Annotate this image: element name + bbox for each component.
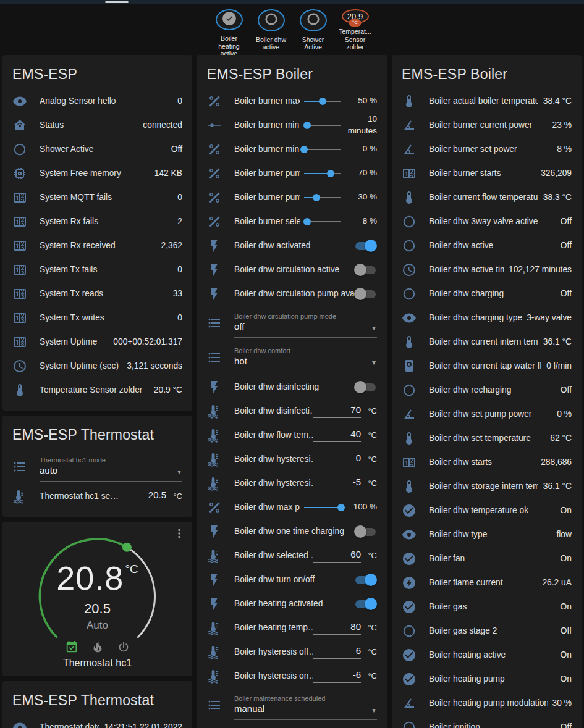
slider-knob[interactable]: [319, 98, 326, 105]
entity-row[interactable]: Boiler gas stage 2Off: [402, 619, 572, 643]
entity-row[interactable]: Boiler dhw selected …60°C: [207, 543, 377, 567]
toggle-knob[interactable]: [365, 240, 377, 252]
entity-row[interactable]: System Free memory142 KB: [12, 161, 182, 185]
slider-knob[interactable]: [337, 504, 345, 511]
entity-row[interactable]: Boiler dhw 3way valve activeOff: [402, 209, 572, 233]
slider-knob[interactable]: [303, 218, 311, 225]
entity-row[interactable]: Boiler burner pump …30 %: [207, 185, 377, 209]
toggle-switch[interactable]: [354, 288, 377, 300]
entity-row[interactable]: Boiler dhw turn on/off: [207, 567, 377, 592]
entity-row[interactable]: Boiler fanOn: [402, 546, 572, 571]
chevron-down-icon[interactable]: ▾: [372, 358, 376, 367]
slider[interactable]: [304, 121, 341, 130]
entity-row[interactable]: System MQTT fails0: [12, 185, 182, 209]
entity-row[interactable]: Boiler dhw one time charging: [207, 519, 377, 543]
entity-row[interactable]: Boiler dhw disinfecting: [207, 375, 377, 399]
entity-row[interactable]: Boiler dhw circulation active: [207, 257, 377, 282]
entity-row[interactable]: Boiler dhw active time102,127 minutes: [402, 257, 572, 282]
number-input[interactable]: -5: [313, 477, 361, 490]
entity-row[interactable]: Boiler dhw set pump power0 %: [402, 402, 572, 426]
entity-row[interactable]: Temperature Sensor zolder20.9 °C: [12, 378, 182, 402]
entity-row[interactable]: Boiler heating pump modulation30 %: [402, 691, 572, 715]
number-input[interactable]: 60: [313, 549, 361, 563]
entity-row[interactable]: Boiler dhw hysteresi…-5°C: [207, 471, 377, 495]
entity-row[interactable]: Thermostat date/time14:21:51 22.01.2022: [12, 715, 182, 728]
slider[interactable]: [304, 217, 341, 226]
entity-row[interactable]: Boiler dhw typeflow: [402, 522, 572, 546]
entity-row[interactable]: Statusconnected: [12, 113, 182, 137]
entity-row[interactable]: Boiler maintenance scheduledmanual▾: [207, 688, 377, 722]
entity-row[interactable]: Boiler burner max po…50 %: [207, 89, 377, 113]
entity-row[interactable]: Boiler burner current power23 %: [402, 113, 572, 137]
slider[interactable]: [304, 193, 341, 202]
toggle-knob[interactable]: [354, 525, 366, 538]
entity-row[interactable]: Boiler burner set power8 %: [402, 137, 572, 161]
entity-row[interactable]: Boiler burner min po…0 %: [207, 137, 377, 161]
entity-row[interactable]: Boiler dhw storage intern temperature36.…: [402, 474, 572, 498]
entity-row[interactable]: Boiler hysteresis off…6°C: [207, 640, 377, 664]
entity-row[interactable]: Boiler dhw max power100 %: [207, 495, 377, 519]
entity-row[interactable]: Boiler dhw temperature okOn: [402, 498, 572, 522]
number-input[interactable]: -6: [313, 669, 361, 683]
slider[interactable]: [304, 97, 341, 106]
chevron-down-icon[interactable]: ▾: [372, 324, 376, 332]
entity-row[interactable]: Boiler dhw activated: [207, 233, 377, 257]
toggle-switch[interactable]: [354, 264, 377, 276]
entity-row[interactable]: Boiler burner min p…10 minutes: [207, 113, 377, 137]
number-input[interactable]: 40: [313, 429, 361, 442]
slider-knob[interactable]: [303, 122, 311, 129]
toggle-switch[interactable]: [354, 525, 377, 538]
slider[interactable]: [304, 503, 341, 512]
entity-row[interactable]: Boiler dhw disinfecti…70°C: [207, 399, 377, 423]
fire-icon[interactable]: [91, 640, 104, 654]
badge-circle[interactable]: 20.9°C: [342, 9, 369, 23]
calendar-sync-icon[interactable]: [65, 640, 78, 654]
entity-row[interactable]: Boiler dhw comforthot▾: [207, 340, 377, 375]
badge-2[interactable]: Shower Active: [295, 9, 331, 51]
select-field[interactable]: Boiler maintenance scheduledmanual▾: [234, 691, 377, 720]
number-input[interactable]: 6: [313, 645, 361, 659]
entity-row[interactable]: Boiler dhw hysteresi…0°C: [207, 447, 377, 471]
entity-row[interactable]: Boiler flame current26.2 uA: [402, 571, 572, 595]
entity-row[interactable]: Shower ActiveOff: [12, 137, 182, 161]
select-field[interactable]: Boiler dhw circulation pump modeoff▾: [234, 309, 377, 338]
entity-row[interactable]: System Uptime (sec)3,121 seconds: [12, 354, 182, 378]
entity-row[interactable]: Analog Sensor hello0: [12, 89, 182, 113]
badge-0[interactable]: Boiler heating active: [211, 9, 247, 51]
select-field[interactable]: Thermostat hc1 modeauto▾: [40, 453, 182, 482]
toggle-knob[interactable]: [354, 381, 366, 393]
entity-row[interactable]: System Tx writes0: [12, 306, 182, 330]
slider-knob[interactable]: [300, 146, 308, 153]
entity-row[interactable]: Boiler hysteresis on…-6°C: [207, 664, 377, 688]
dial-handle[interactable]: [122, 543, 132, 552]
number-input[interactable]: 20.5: [118, 490, 166, 503]
toggle-switch[interactable]: [354, 574, 377, 586]
entity-row[interactable]: System Rx received2,362: [12, 233, 182, 257]
entity-row[interactable]: Boiler dhw flow tem…40°C: [207, 423, 377, 447]
entity-row[interactable]: Boiler burner selecte…8 %: [207, 209, 377, 233]
entity-row[interactable]: Boiler dhw chargingOff: [402, 282, 572, 306]
tab-indicator[interactable]: [105, 1, 129, 3]
entity-row[interactable]: Boiler dhw circulation pump available: [207, 282, 377, 306]
toggle-switch[interactable]: [354, 240, 377, 252]
entity-row[interactable]: Boiler heating pumpOn: [402, 667, 572, 691]
slider-knob[interactable]: [327, 170, 334, 177]
number-input[interactable]: 70: [313, 404, 361, 418]
entity-row[interactable]: System Uptime000+00:52:01.317: [12, 330, 182, 354]
chevron-down-icon[interactable]: ▾: [177, 467, 181, 476]
badge-circle[interactable]: [216, 9, 243, 30]
entity-row[interactable]: Boiler dhw current tap water flow0 l/min: [402, 354, 572, 378]
entity-row[interactable]: Boiler current flow temperature38.3 °C: [402, 185, 572, 209]
entity-row[interactable]: Boiler dhw set temperature62 °C: [402, 426, 572, 450]
entity-row[interactable]: Boiler gasOn: [402, 595, 572, 619]
entity-row[interactable]: Boiler heating activeOn: [402, 643, 572, 667]
badge-circle[interactable]: [258, 9, 285, 31]
entity-row[interactable]: Thermostat hc1 se…20.5°C: [12, 484, 182, 508]
entity-row[interactable]: Boiler dhw current intern temperature36.…: [402, 330, 572, 354]
entity-row[interactable]: System Tx reads33: [12, 282, 182, 306]
entity-row[interactable]: Boiler heating activated: [207, 592, 377, 616]
number-input[interactable]: 0: [313, 453, 361, 466]
badge-circle[interactable]: [300, 9, 327, 31]
badge-3[interactable]: 20.9°CTemperat... Sensor zolder: [337, 9, 373, 51]
power-icon[interactable]: [117, 640, 130, 654]
